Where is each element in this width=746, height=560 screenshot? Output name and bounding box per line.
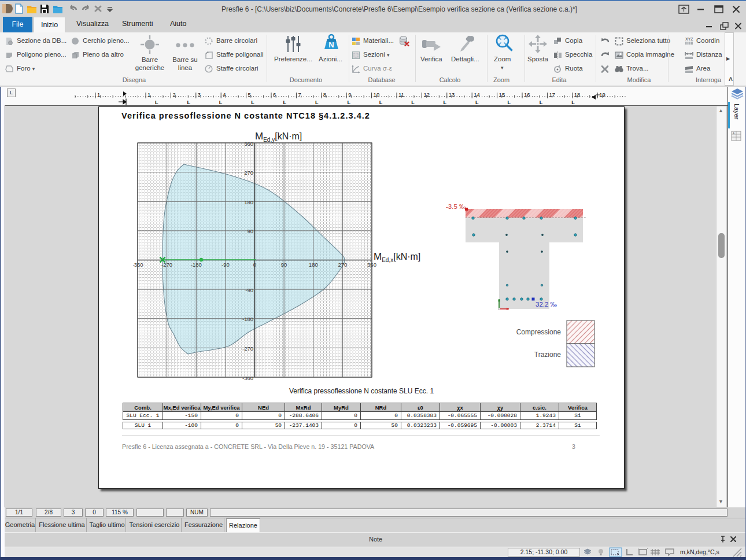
svg-text:-270: -270: [242, 345, 253, 352]
svg-text:L: L: [315, 100, 319, 105]
svg-text:0: 0: [253, 261, 256, 268]
svg-text:L: L: [347, 100, 350, 105]
svg-text:360: 360: [244, 141, 253, 147]
svg-text:-90: -90: [221, 261, 230, 268]
svg-text:1: 1: [147, 91, 150, 98]
svg-text:-3.5 ‰: -3.5 ‰: [446, 203, 466, 210]
svg-text:MEd,x[kN·m]: MEd,x[kN·m]: [374, 251, 420, 263]
svg-text:-270: -270: [161, 261, 172, 268]
svg-text:L: L: [219, 100, 223, 105]
svg-text:270: 270: [338, 261, 347, 268]
svg-text:3: 3: [198, 91, 201, 98]
svg-text:-180: -180: [242, 316, 253, 322]
svg-text:180: 180: [309, 261, 318, 268]
svg-text:L: L: [411, 100, 415, 105]
svg-text:L: L: [507, 100, 511, 105]
svg-text:Compressione: Compressione: [516, 328, 562, 336]
svg-text:180: 180: [244, 199, 253, 205]
svg-text:L: L: [155, 100, 158, 105]
svg-text:-360: -360: [133, 261, 143, 268]
svg-text:360: 360: [367, 261, 376, 268]
svg-text:N: N: [328, 40, 334, 49]
svg-text:A: A: [733, 132, 734, 135]
svg-text:9: 9: [348, 91, 351, 98]
svg-text:L: L: [571, 100, 575, 105]
svg-text:2: 2: [172, 91, 175, 98]
svg-text:L: L: [379, 100, 383, 105]
svg-text:L: L: [251, 100, 254, 105]
svg-text:L: L: [444, 100, 447, 105]
svg-text:L: L: [283, 100, 287, 105]
svg-text:MEd,y[kN·m]: MEd,y[kN·m]: [255, 131, 302, 143]
svg-text:-90: -90: [245, 287, 253, 293]
svg-text:6: 6: [273, 91, 276, 98]
svg-text:-360: -360: [242, 375, 253, 381]
svg-text:32.2 ‰: 32.2 ‰: [536, 301, 557, 308]
svg-text:1: 1: [97, 91, 100, 98]
svg-text:270: 270: [244, 170, 253, 176]
svg-text:90: 90: [247, 228, 253, 234]
svg-text:Trazione: Trazione: [534, 351, 562, 359]
svg-text:L: L: [475, 100, 479, 105]
svg-text:7: 7: [298, 91, 301, 98]
svg-text:5: 5: [248, 91, 251, 98]
svg-text:8: 8: [323, 91, 326, 98]
svg-text:L: L: [540, 100, 543, 105]
svg-text:L: L: [187, 100, 190, 105]
svg-text:-180: -180: [191, 261, 202, 268]
svg-text:4: 4: [223, 91, 226, 98]
svg-text:90: 90: [281, 261, 287, 268]
svg-text:XYZ: XYZ: [685, 37, 693, 41]
